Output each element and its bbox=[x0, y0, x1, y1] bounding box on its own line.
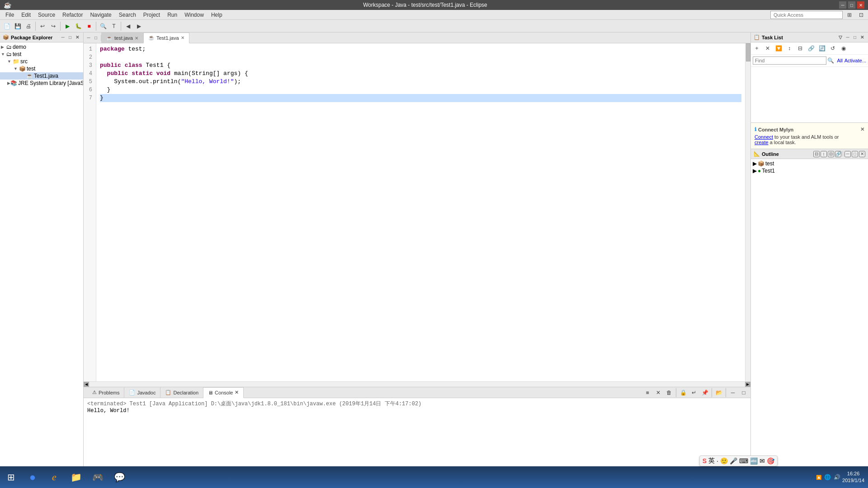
task-refresh-btn[interactable]: ↺ bbox=[828, 43, 838, 53]
task-list-maximize[interactable]: □ bbox=[852, 34, 858, 41]
tab-console[interactable]: 🖥 Console ✕ bbox=[203, 387, 244, 398]
editor-horizontal-scrollbar[interactable]: ◀ ▶ bbox=[84, 381, 750, 387]
close-test-java-tab[interactable]: ✕ bbox=[135, 36, 138, 41]
task-sync-btn[interactable]: 🔄 bbox=[817, 43, 827, 53]
tree-item-src[interactable]: ▼ 📁 src bbox=[0, 58, 83, 65]
tab-test-java[interactable]: ☕ test.java ✕ bbox=[101, 33, 143, 43]
tree-item-test-package[interactable]: ▼ 📦 test bbox=[0, 65, 83, 72]
taskbar-icon-wechat[interactable]: 💬 bbox=[108, 466, 130, 488]
task-find-input[interactable] bbox=[753, 56, 826, 65]
task-list-close[interactable]: ✕ bbox=[859, 34, 865, 41]
outline-link-btn[interactable]: 🔗 bbox=[835, 151, 841, 157]
activate-tasks-link[interactable]: Activate... bbox=[844, 58, 866, 63]
sogou-skin[interactable]: ✉ bbox=[760, 457, 765, 465]
search-button[interactable]: 🔍 bbox=[98, 21, 108, 31]
outline-item-test-pkg[interactable]: ▶ 📦 test bbox=[752, 160, 867, 167]
outline-item-test1[interactable]: ▶ ● Test1 bbox=[752, 167, 867, 174]
sogou-tools[interactable]: 🔤 bbox=[750, 457, 758, 465]
clear-console-btn[interactable]: 🗑 bbox=[664, 388, 674, 398]
outline-sort-btn[interactable]: ↕ bbox=[821, 151, 827, 157]
tree-item-demo[interactable]: ▶ 🗂 demo bbox=[0, 43, 83, 51]
tab-declaration[interactable]: 📋 Declaration bbox=[160, 387, 203, 398]
undo-button[interactable]: ↩ bbox=[38, 21, 47, 31]
taskbar-icon-explorer[interactable]: 📁 bbox=[65, 466, 87, 488]
menu-navigate[interactable]: Navigate bbox=[86, 11, 115, 19]
collapse-all-tasks-btn[interactable]: ⊟ bbox=[795, 43, 805, 53]
outline-collapse-btn[interactable]: ⊟ bbox=[828, 151, 834, 157]
close-button[interactable]: ✕ bbox=[857, 1, 864, 9]
close-mylyn-btn[interactable]: ✕ bbox=[860, 127, 864, 132]
open-console-btn[interactable]: 📂 bbox=[714, 388, 724, 398]
new-task-btn[interactable]: + bbox=[752, 43, 762, 53]
delete-task-btn[interactable]: ✕ bbox=[763, 43, 773, 53]
restore-button[interactable]: □ bbox=[848, 1, 855, 9]
start-button[interactable]: ⊞ bbox=[0, 466, 22, 488]
outline-minimize[interactable]: ─ bbox=[844, 151, 851, 157]
sogou-emoji[interactable]: 🙂 bbox=[720, 457, 728, 465]
menu-help[interactable]: Help bbox=[208, 11, 226, 19]
tab-problems[interactable]: ⚠ Problems bbox=[88, 387, 124, 398]
editor-maximize-btn[interactable]: □ bbox=[93, 35, 99, 41]
maximize-panel-button[interactable]: □ bbox=[67, 34, 73, 41]
menu-project[interactable]: Project bbox=[140, 11, 164, 19]
debug-button[interactable]: 🐛 bbox=[73, 21, 83, 31]
task-filter-btn[interactable]: 🔽 bbox=[774, 43, 783, 53]
minimize-bottom-btn[interactable]: ─ bbox=[728, 388, 738, 398]
tray-icon-1[interactable]: 🔼 bbox=[816, 475, 821, 480]
minimize-panel-button[interactable]: ─ bbox=[60, 34, 66, 41]
menu-refactor[interactable]: Refactor bbox=[59, 11, 86, 19]
remove-btn[interactable]: ✕ bbox=[653, 388, 663, 398]
volume-icon[interactable]: 🔊 bbox=[834, 474, 840, 480]
menu-file[interactable]: File bbox=[2, 11, 18, 19]
next-button[interactable]: ▶ bbox=[134, 21, 144, 31]
minimize-button[interactable]: ─ bbox=[839, 1, 846, 9]
outline-filter-btn[interactable]: ⊟ bbox=[813, 151, 820, 157]
task-list-view-menu[interactable]: ▽ bbox=[837, 34, 844, 41]
redo-button[interactable]: ↪ bbox=[48, 21, 58, 31]
taskbar-icon-chrome[interactable]: ● bbox=[22, 466, 43, 488]
outline-maximize[interactable]: □ bbox=[852, 151, 858, 157]
tree-item-jre[interactable]: ▶ 📚 JRE System Library [JavaSE-1.8] bbox=[0, 80, 83, 87]
tab-javadoc[interactable]: 📄 Javadoc bbox=[124, 387, 160, 398]
print-button[interactable]: 🖨 bbox=[24, 21, 33, 31]
task-context-btn[interactable]: ◉ bbox=[839, 43, 849, 53]
code-editor[interactable]: package test; public class Test1 { publi… bbox=[96, 43, 745, 381]
scroll-lock-btn[interactable]: 🔒 bbox=[678, 388, 688, 398]
pin-console-btn[interactable]: 📌 bbox=[700, 388, 710, 398]
outline-close[interactable]: ✕ bbox=[859, 151, 865, 157]
task-link-btn[interactable]: 🔗 bbox=[806, 43, 816, 53]
editor-vertical-scrollbar[interactable] bbox=[745, 43, 750, 381]
connect-link[interactable]: Connect bbox=[755, 134, 773, 140]
close-console-tab[interactable]: ✕ bbox=[235, 389, 239, 395]
tab-test1-java[interactable]: ☕ Test1.java ✕ bbox=[143, 33, 189, 43]
task-list-minimize[interactable]: ─ bbox=[844, 34, 851, 41]
open-type-button[interactable]: T bbox=[109, 21, 119, 31]
sogou-ime-toolbar[interactable]: S 英 · 🙂 🎤 ⌨ 🔤 ✉ 🎯 bbox=[699, 455, 778, 466]
sogou-voice[interactable]: 🎤 bbox=[730, 457, 737, 465]
view-button[interactable]: ⊡ bbox=[856, 10, 866, 20]
taskbar-icon-game[interactable]: 🎮 bbox=[87, 466, 108, 488]
close-test1-java-tab[interactable]: ✕ bbox=[181, 35, 184, 40]
new-button[interactable]: 📄 bbox=[2, 21, 12, 31]
sogou-settings[interactable]: 🎯 bbox=[767, 457, 774, 465]
tree-item-test-project[interactable]: ▼ 🗂 test bbox=[0, 51, 83, 58]
network-icon[interactable]: 🌐 bbox=[824, 474, 831, 480]
scroll-right-btn[interactable]: ▶ bbox=[745, 382, 750, 387]
sogou-keyboard[interactable]: ⌨ bbox=[739, 457, 748, 465]
perspective-button[interactable]: ⊞ bbox=[844, 10, 854, 20]
run-button[interactable]: ▶ bbox=[62, 21, 72, 31]
create-link[interactable]: create bbox=[755, 140, 769, 145]
tree-item-test1-java[interactable]: ☕ Test1.java bbox=[0, 72, 83, 80]
menu-search[interactable]: Search bbox=[115, 11, 140, 19]
menu-source[interactable]: Source bbox=[34, 11, 59, 19]
stop-button[interactable]: ■ bbox=[84, 21, 94, 31]
prev-button[interactable]: ◀ bbox=[123, 21, 133, 31]
maximize-bottom-btn[interactable]: □ bbox=[739, 388, 749, 398]
menu-window[interactable]: Window bbox=[181, 11, 208, 19]
find-icon[interactable]: 🔍 bbox=[826, 57, 835, 64]
menu-run[interactable]: Run bbox=[164, 11, 181, 19]
sogou-lang-switch[interactable]: 英 bbox=[708, 457, 715, 465]
taskbar-icon-ie[interactable]: e bbox=[43, 466, 65, 488]
all-tasks-link[interactable]: All bbox=[837, 58, 842, 63]
word-wrap-btn[interactable]: ↵ bbox=[689, 388, 699, 398]
